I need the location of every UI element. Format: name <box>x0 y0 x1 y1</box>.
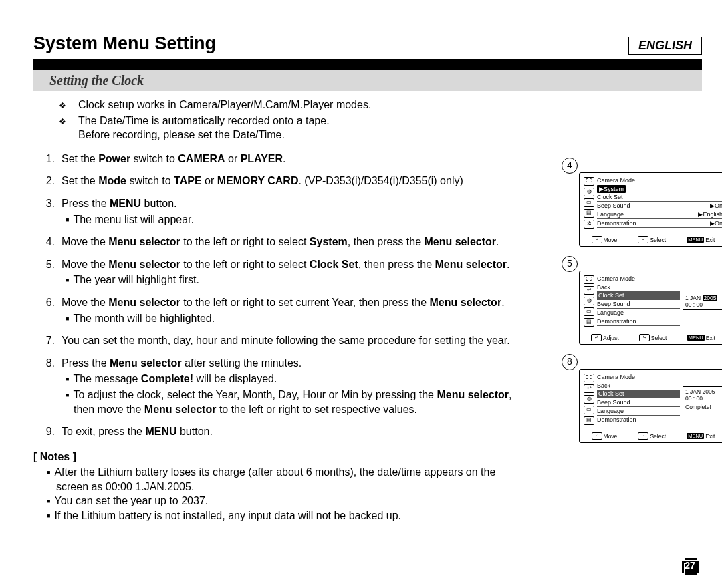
nav-icon: ⤾ <box>592 432 602 440</box>
back-label: Back <box>597 284 610 291</box>
lcd-screen: ⛶ ↩ ◍ ▭ ▤ Camera Mode Back Clock SetBeep… <box>579 271 722 345</box>
footer-exit: Exit <box>705 433 715 440</box>
intro-list: Clock setup works in Camera/Player/M.Cam… <box>33 98 528 142</box>
icon-strip: ⛶ ↩ ◍ ▭ ▤ <box>584 275 594 327</box>
substep: The month will be highlighted. <box>62 311 528 326</box>
screen-footer: ⤾Adjust ⤿Select MENUExit <box>580 332 722 344</box>
manual-page: ENGLISH System Menu Setting Setting the … <box>0 0 722 588</box>
substep: The message Complete! will be displayed. <box>62 372 528 386</box>
screen-block-5: 5 ⛶ ↩ ◍ ▭ ▤ Camera Mode <box>562 256 722 345</box>
tape-icon: ▭ <box>584 198 594 207</box>
bullet-icon <box>59 114 72 128</box>
note-item: You can set the year up to 2037. <box>47 494 528 508</box>
right-column: 4 ⛶ ◍ ▭ ▤ ✲ Camera Mode ▶System <box>562 158 722 452</box>
steps-list: 1.Set the Power switch to CAMERA or PLAY… <box>33 152 528 439</box>
select-icon: ⤿ <box>638 236 648 243</box>
menu-button-icon: MENU <box>687 433 704 439</box>
disc-icon: ◍ <box>584 395 594 404</box>
back-icon: ↩ <box>584 384 594 393</box>
date-year-highlight: 2005 <box>703 295 718 301</box>
tape-icon: ▭ <box>584 307 594 316</box>
menu-row: Language <box>597 309 680 317</box>
menu-row: Beep Sound <box>597 398 680 407</box>
page-number: 27 <box>683 560 697 571</box>
notes-list: After the Lithium battery loses its char… <box>33 465 528 523</box>
step-number: 1. <box>41 152 55 166</box>
date-value: 1 JAN 2005 <box>685 388 720 395</box>
step-number: 4. <box>41 235 55 249</box>
step-body: Press the Menu selector after setting th… <box>62 356 528 416</box>
menu-button-icon: MENU <box>687 237 704 243</box>
step-number: 5. <box>41 257 55 287</box>
menu-row: Language <box>597 407 680 416</box>
step-body: Set the Power switch to CAMERA or PLAYER… <box>62 152 528 166</box>
note-item: After the Lithium battery loses its char… <box>47 465 528 494</box>
footer-move: Move <box>604 433 618 440</box>
title-bar <box>33 59 702 70</box>
gear-icon: ✲ <box>584 220 594 229</box>
step-number: 3. <box>41 196 55 227</box>
left-column: Clock setup works in Camera/Player/M.Cam… <box>33 98 528 523</box>
icon-strip: ⛶ ◍ ▭ ▤ ✲ <box>584 177 594 229</box>
screen-title: Camera Mode <box>597 374 680 380</box>
menu-row: Clock Set <box>597 193 722 202</box>
screen-footer: ⤾Move ⤿Select MENUExit <box>580 234 722 246</box>
menu-row: Beep Sound▶On <box>597 202 722 210</box>
step-body: Move the Menu selector to the left or ri… <box>62 235 528 249</box>
footer-select: Select <box>650 237 666 243</box>
footer-exit: Exit <box>705 237 715 243</box>
step-number: 2. <box>41 174 55 188</box>
intro-text: The Date/Time is automatically recorded … <box>78 114 330 142</box>
language-label: ENGLISH <box>628 37 702 55</box>
menu-row: Demonstration <box>597 317 680 326</box>
step-body: Set the Mode switch to TAPE or MEMORY CA… <box>62 174 528 188</box>
step-number: 6. <box>41 295 55 325</box>
step-body: You can set the month, day, hour and min… <box>62 333 528 348</box>
select-icon: ⤿ <box>639 334 650 341</box>
nav-icon: ⤾ <box>591 334 602 341</box>
step-body: Press the MENU button.The menu list will… <box>62 196 528 227</box>
note-item: If the Lithium battery is not installed,… <box>47 508 528 523</box>
step-circle: 4 <box>562 158 578 174</box>
substep: To adjust the clock, select the Year, Mo… <box>62 388 528 416</box>
footer-select: Select <box>651 335 667 341</box>
card-icon: ▤ <box>584 416 594 425</box>
select-icon: ⤿ <box>638 432 648 440</box>
disc-icon: ◍ <box>584 297 594 305</box>
footer-move: Move <box>604 237 618 243</box>
time-value: 00 : 00 <box>685 395 720 402</box>
back-icon: ↩ <box>584 286 594 295</box>
date-box: 1 JAN 2005 00 : 00 Complete! <box>683 386 722 412</box>
screen-block-4: 4 ⛶ ◍ ▭ ▤ ✲ Camera Mode ▶System <box>562 158 722 247</box>
date-pre: 1 JAN <box>685 295 701 301</box>
menu-row: Clock Set <box>597 291 680 300</box>
lcd-screen: ⛶ ↩ ◍ ▭ ▤ Camera Mode Back Clock SetBeep… <box>579 369 722 443</box>
camera-icon: ⛶ <box>584 374 594 382</box>
menu-row: Clock Set <box>597 390 680 398</box>
screen-block-8: 8 ⛶ ↩ ◍ ▭ ▤ Camera Mode <box>562 354 722 443</box>
camera-icon: ⛶ <box>584 177 594 186</box>
step-circle: 8 <box>562 354 578 370</box>
footer-exit: Exit <box>706 335 715 341</box>
menu-row: Language▶English <box>597 210 722 219</box>
step-number: 8. <box>41 356 55 416</box>
date-box: 1 JAN 2005 00 : 00 <box>683 293 722 310</box>
lcd-screen: ⛶ ◍ ▭ ▤ ✲ Camera Mode ▶System Clock SetB… <box>579 172 722 247</box>
content-area: Clock setup works in Camera/Player/M.Cam… <box>33 98 702 523</box>
substep: The menu list will appear. <box>62 212 528 227</box>
step-body: To exit, press the MENU button. <box>62 424 528 439</box>
card-icon: ▤ <box>584 318 594 327</box>
menu-row: Demonstration▶On <box>597 219 722 228</box>
notes-heading: [ Notes ] <box>33 450 528 464</box>
tape-icon: ▭ <box>584 406 594 414</box>
screen-title: Camera Mode <box>597 275 680 282</box>
screen-footer: ⤾Move ⤿Select MENUExit <box>580 430 722 442</box>
camera-icon: ⛶ <box>584 275 594 284</box>
menu-row: Beep Sound <box>597 300 680 309</box>
icon-strip: ⛶ ↩ ◍ ▭ ▤ <box>584 374 594 425</box>
menu-header: ▶System <box>597 185 626 193</box>
bullet-icon <box>59 98 72 112</box>
back-label: Back <box>597 382 610 389</box>
step-circle: 5 <box>562 256 578 272</box>
time-value: 00 : 00 <box>685 301 720 308</box>
